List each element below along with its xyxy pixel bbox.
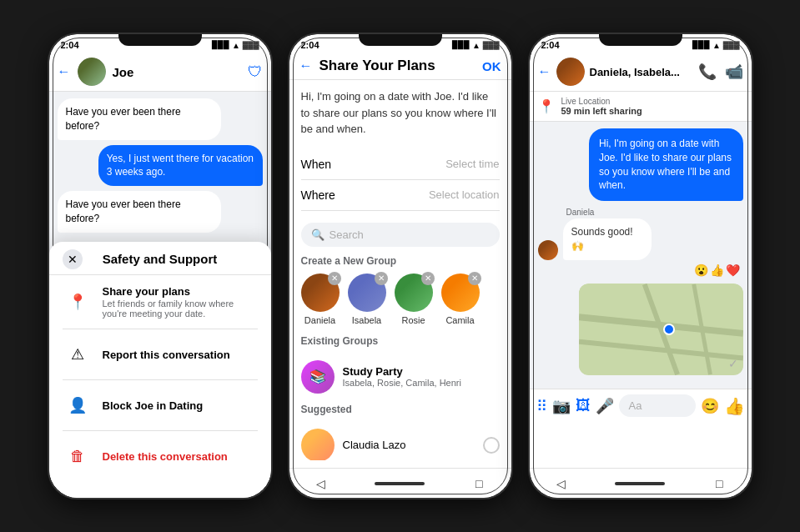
phone3-time: 2:04	[541, 40, 560, 50]
sender-label: Daniela	[566, 208, 657, 217]
signal-icon: ▉▉▉	[212, 41, 229, 49]
modal-title: Safety and Support	[103, 252, 218, 266]
report-icon: ⚠	[63, 339, 93, 369]
msg-with-avatar: Sounds good! 🙌	[538, 218, 657, 260]
phone2-bottom-nav: ◁ □	[289, 468, 511, 498]
modal-close-button[interactable]: ✕	[63, 249, 83, 269]
share-plans-text: Share your plans Let friends or family k…	[103, 285, 258, 319]
phone3-bottom-nav: ◁ □	[530, 468, 752, 498]
nav-home-indicator-3[interactable]	[615, 482, 665, 485]
phone-1-screen: 2:04 ▉▉▉ ▲ ▓▓▓ ← Joe 🛡 Have you ever	[49, 34, 271, 498]
phone-3: 2:04 ▉▉▉ ▲ ▓▓▓ ← Daniela, Isabela... 📞 📹	[528, 33, 753, 499]
live-location-label: Live Location	[561, 97, 642, 106]
nav-back-button-3[interactable]: ◁	[551, 474, 571, 494]
report-text: Report this conversation	[103, 349, 258, 361]
search-icon: 🔍	[311, 228, 325, 241]
nav-square-button-2[interactable]: □	[469, 474, 489, 494]
phone3-msg-received: Sounds good! 🙌	[563, 218, 652, 260]
phone2-time: 2:04	[301, 40, 319, 50]
remove-isabela-button[interactable]: ✕	[375, 272, 388, 285]
phone3-msg-sent: Hi, I'm going on a date with Joe. I'd li…	[589, 128, 743, 201]
nav-square-button-3[interactable]: □	[709, 474, 729, 494]
study-party-group[interactable]: 📚 Study Party Isabela, Rosie, Camila, He…	[301, 354, 500, 400]
group-members-study-party: Isabela, Rosie, Camila, Henri	[343, 378, 500, 388]
contact-rosie[interactable]: ✕ Rosie	[395, 274, 433, 325]
share-plans-subtitle: Let friends or family know where you're …	[103, 299, 258, 319]
phone3-status-icons: ▉▉▉ ▲ ▓▓▓	[692, 41, 740, 50]
share-ok-button[interactable]: OK	[482, 59, 501, 73]
phone3-contact-names: Daniela, Isabela...	[590, 66, 693, 78]
grid-icon[interactable]: ⠿	[536, 397, 547, 415]
video-call-button[interactable]: 📹	[725, 63, 743, 81]
share-back-button[interactable]: ←	[299, 58, 313, 73]
delete-title: Delete this conversation	[103, 450, 258, 463]
phone1-back-button[interactable]: ←	[58, 64, 71, 79]
delete-item[interactable]: 🗑 Delete this conversation	[49, 431, 271, 481]
claudia-name: Claudia Lazo	[343, 439, 475, 451]
phone2-status-bar: 2:04 ▉▉▉ ▲ ▓▓▓	[289, 34, 511, 53]
nav-home-indicator-2[interactable]	[375, 482, 425, 485]
phone-2: 2:04 ▉▉▉ ▲ ▓▓▓ ← Share Your Plans OK Hi,…	[288, 33, 513, 499]
image-icon[interactable]: 🖼	[576, 397, 591, 414]
emoji-button[interactable]: 😊	[701, 397, 719, 415]
search-input[interactable]: Search	[330, 228, 364, 241]
compose-bar: ⠿ 📷 🖼 🎤 Aa 😊 👍	[530, 389, 752, 422]
phone3-status-bar: 2:04 ▉▉▉ ▲ ▓▓▓	[530, 34, 752, 53]
block-item[interactable]: 👤 Block Joe in Dating	[49, 380, 271, 430]
phone1-chat-header: ← Joe 🛡	[49, 53, 271, 92]
where-value: Select location	[429, 188, 500, 201]
remove-camila-button[interactable]: ✕	[468, 272, 481, 285]
report-item[interactable]: ⚠ Report this conversation	[49, 329, 271, 379]
signal-icon-3: ▉▉▉	[692, 41, 710, 49]
phone3-back-button[interactable]: ←	[538, 64, 551, 79]
share-plans-item[interactable]: 📍 Share your plans Let friends or family…	[49, 275, 271, 329]
modal-header: ✕ Safety and Support	[49, 252, 271, 275]
claudia-select-button[interactable]	[483, 437, 500, 454]
contact-daniela[interactable]: ✕ Daniela	[301, 274, 340, 325]
wifi-icon-2: ▲	[472, 41, 481, 50]
remove-daniela-button[interactable]: ✕	[328, 272, 341, 285]
contact-avatar-daniela: ✕	[301, 274, 340, 312]
like-button[interactable]: 👍	[724, 396, 745, 416]
nav-back-button-2[interactable]: ◁	[311, 474, 331, 494]
map-check-icon: ✓	[728, 357, 738, 370]
phone-call-button[interactable]: 📞	[698, 63, 717, 81]
contact-isabela[interactable]: ✕ Isabela	[348, 274, 386, 325]
contact-avatar-camila: ✕	[441, 274, 480, 312]
share-plans-title: Share your plans	[103, 285, 258, 298]
search-bar[interactable]: 🔍 Search	[301, 223, 500, 247]
phones-container: 2:04 ▉▉▉ ▲ ▓▓▓ ← Joe 🛡 Have you ever	[31, 16, 770, 516]
create-group-label: Create a New Group	[301, 255, 500, 267]
battery-icon-2: ▓▓▓	[483, 41, 500, 49]
when-field[interactable]: When Select time	[301, 149, 500, 180]
claudia-lazo-item[interactable]: Claudia Lazo	[301, 422, 500, 461]
share-description: Hi, I'm going on a date with Joe. I'd li…	[301, 88, 500, 138]
signal-icon-2: ▉▉▉	[452, 41, 470, 49]
map-preview: ✓	[579, 284, 743, 375]
phone-1: 2:04 ▉▉▉ ▲ ▓▓▓ ← Joe 🛡 Have you ever	[48, 33, 273, 499]
mini-avatar-daniela	[538, 240, 558, 260]
map-svg	[579, 284, 743, 375]
where-field[interactable]: Where Select location	[301, 180, 500, 211]
mic-icon[interactable]: 🎤	[596, 397, 614, 415]
remove-rosie-button[interactable]: ✕	[421, 272, 435, 285]
phone-3-screen: 2:04 ▉▉▉ ▲ ▓▓▓ ← Daniela, Isabela... 📞 📹	[530, 34, 752, 498]
phone1-time: 2:04	[61, 40, 79, 50]
reaction-row: 😮 👍 ❤️	[538, 263, 740, 277]
msg-text-1: Have you ever been there before?	[66, 106, 181, 132]
contact-avatar-rosie: ✕	[395, 274, 433, 312]
live-location-info: Live Location 59 min left sharing	[561, 97, 642, 116]
camera-icon[interactable]: 📷	[552, 397, 571, 415]
phone1-status-bar: 2:04 ▉▉▉ ▲ ▓▓▓	[49, 34, 271, 53]
phone3-chat-area: Hi, I'm going on a date with Joe. I'd li…	[530, 122, 752, 389]
block-title: Block Joe in Dating	[103, 399, 258, 412]
block-icon: 👤	[63, 390, 93, 420]
live-location-time: 59 min left sharing	[561, 106, 642, 116]
contact-name-camila: Camila	[445, 315, 474, 325]
contact-camila[interactable]: ✕ Camila	[441, 274, 480, 325]
phone3-chat-header: ← Daniela, Isabela... 📞 📹	[530, 53, 752, 92]
compose-input[interactable]: Aa	[619, 394, 696, 417]
contact-avatar-isabela: ✕	[348, 274, 386, 312]
shield-icon[interactable]: 🛡	[248, 63, 263, 81]
block-text: Block Joe in Dating	[103, 399, 258, 412]
